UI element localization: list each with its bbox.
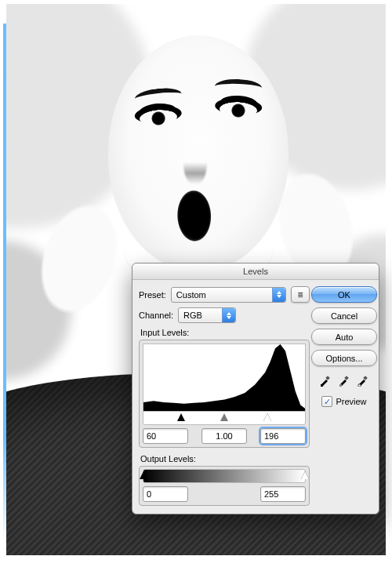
checkbox-icon: ✓ bbox=[321, 396, 332, 407]
histogram-svg bbox=[143, 344, 305, 412]
output-levels-label: Output Levels: bbox=[140, 454, 310, 463]
svg-rect-3 bbox=[339, 384, 342, 387]
input-gamma-field[interactable]: 1.00 bbox=[201, 428, 247, 444]
ok-button[interactable]: OK bbox=[311, 286, 377, 303]
input-gamma-handle[interactable] bbox=[220, 413, 228, 421]
preview-label: Preview bbox=[336, 397, 366, 406]
dialog-title: Levels bbox=[132, 264, 379, 280]
input-slider-track[interactable] bbox=[143, 411, 306, 425]
eyedropper-gray-icon[interactable] bbox=[337, 373, 351, 387]
chevrons-icon bbox=[222, 308, 235, 322]
menu-icon: ≡ bbox=[297, 290, 303, 300]
svg-rect-4 bbox=[363, 376, 368, 380]
svg-rect-2 bbox=[344, 376, 349, 380]
svg-rect-0 bbox=[325, 376, 330, 380]
preset-label: Preset: bbox=[139, 290, 166, 300]
input-black-handle[interactable] bbox=[177, 413, 185, 421]
output-white-handle[interactable] bbox=[301, 471, 309, 479]
input-levels-label: Input Levels: bbox=[140, 328, 310, 337]
preset-menu-button[interactable]: ≡ bbox=[291, 286, 310, 303]
levels-dialog: Levels Preset: Custom ≡ Channel: RGB bbox=[132, 263, 379, 514]
eyedropper-white-icon[interactable] bbox=[356, 373, 370, 387]
eyedropper-black-icon[interactable] bbox=[318, 373, 332, 387]
cancel-button[interactable]: Cancel bbox=[311, 307, 377, 324]
output-frame: 0 255 bbox=[139, 466, 310, 506]
output-black-field[interactable]: 0 bbox=[143, 486, 188, 502]
svg-rect-5 bbox=[358, 384, 361, 387]
options-button[interactable]: Options... bbox=[311, 350, 377, 366]
eyedropper-group bbox=[318, 373, 370, 387]
input-white-handle[interactable] bbox=[263, 413, 271, 421]
output-black-handle[interactable] bbox=[140, 471, 147, 479]
input-black-field[interactable]: 60 bbox=[143, 428, 188, 444]
chevrons-icon bbox=[272, 288, 285, 302]
input-white-field[interactable]: 196 bbox=[260, 428, 306, 444]
histogram-frame: 60 1.00 196 bbox=[139, 340, 310, 448]
histogram bbox=[143, 343, 306, 412]
output-white-field[interactable]: 255 bbox=[260, 486, 306, 502]
channel-value: RGB bbox=[179, 311, 207, 320]
svg-rect-1 bbox=[321, 384, 323, 387]
channel-label: Channel: bbox=[139, 311, 173, 320]
preset-value: Custom bbox=[172, 290, 211, 300]
auto-button[interactable]: Auto bbox=[311, 329, 377, 345]
channel-select[interactable]: RGB bbox=[178, 307, 236, 323]
output-slider-track[interactable] bbox=[143, 469, 306, 483]
preview-toggle[interactable]: ✓ Preview bbox=[321, 396, 366, 407]
preset-select[interactable]: Custom bbox=[171, 287, 286, 303]
